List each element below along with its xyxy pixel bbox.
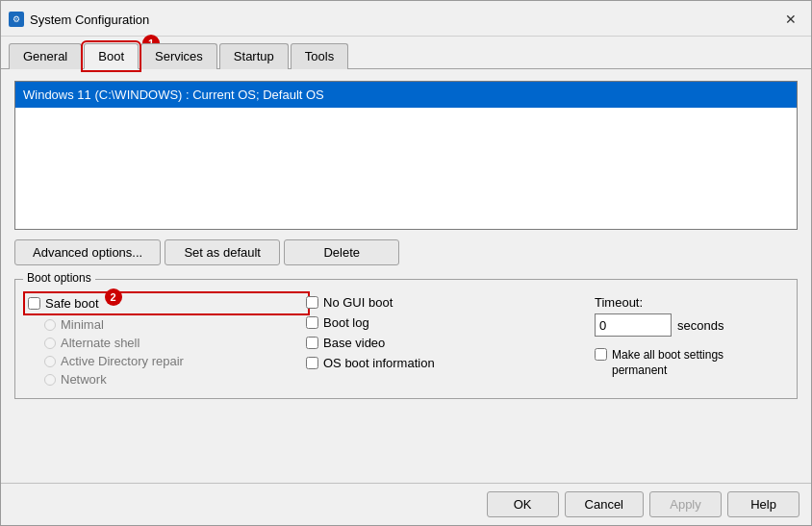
radio-minimal: Minimal	[44, 317, 306, 332]
radio-alternate-shell: Alternate shell	[44, 336, 306, 350]
title-bar-left: ⚙ System Configuration	[9, 12, 149, 27]
tab-startup[interactable]: Startup	[219, 43, 289, 69]
tab-general[interactable]: General	[9, 43, 82, 69]
timeout-column: Timeout: seconds Make all boot settings …	[575, 295, 785, 387]
left-column: Safe boot 2 Minimal Alternate sh	[27, 295, 306, 387]
permanent-label: Make all boot settings permanent	[612, 348, 737, 378]
timeout-input[interactable]	[595, 313, 672, 337]
timeout-row: seconds	[595, 313, 723, 337]
safe-boot-row: Safe boot 2	[27, 295, 306, 312]
ok-button[interactable]: OK	[487, 491, 559, 517]
boot-log-label: Boot log	[323, 315, 369, 330]
close-button[interactable]: ✕	[780, 9, 801, 30]
no-gui-boot-checkbox[interactable]	[306, 296, 318, 309]
radio-network-label: Network	[61, 372, 107, 387]
system-config-window: ⚙ System Configuration ✕ General Boot 1 …	[0, 0, 812, 526]
radio-active-directory-label: Active Directory repair	[61, 354, 184, 368]
os-boot-info-row: OS boot information	[306, 356, 575, 370]
no-gui-boot-row: No GUI boot	[306, 295, 575, 310]
radio-network-input[interactable]	[44, 374, 56, 386]
radio-alternate-shell-input[interactable]	[44, 338, 56, 349]
radio-network: Network	[44, 372, 306, 387]
no-gui-boot-label: No GUI boot	[323, 295, 393, 310]
badge-2: 2	[105, 288, 122, 306]
title-bar: ⚙ System Configuration ✕	[1, 1, 811, 37]
right-column: No GUI boot Boot log Base video OS	[306, 295, 575, 387]
help-button[interactable]: Help	[727, 491, 799, 517]
tab-tools[interactable]: Tools	[291, 43, 348, 69]
boot-log-row: Boot log	[306, 315, 575, 330]
base-video-row: Base video	[306, 336, 575, 350]
advanced-options-button[interactable]: Advanced options...	[14, 239, 161, 265]
base-video-checkbox[interactable]	[306, 337, 318, 349]
base-video-label: Base video	[323, 336, 385, 350]
tab-bar: General Boot 1 Services Startup Tools	[1, 37, 811, 69]
safe-boot-label: Safe boot	[45, 296, 99, 311]
safe-boot-radio-group: Minimal Alternate shell Active Directory…	[44, 317, 306, 387]
tab-boot[interactable]: Boot	[84, 43, 139, 69]
permanent-checkbox[interactable]	[595, 348, 607, 361]
radio-active-directory-input[interactable]	[44, 356, 56, 367]
tab-services[interactable]: Services	[140, 43, 217, 69]
content-area: Windows 11 (C:\WINDOWS) : Current OS; De…	[1, 69, 811, 483]
set-as-default-button[interactable]: Set as default	[165, 239, 280, 265]
safe-boot-checkbox[interactable]	[28, 297, 40, 310]
permanent-row: Make all boot settings permanent	[595, 348, 737, 378]
bottom-bar: OK Cancel Apply Help	[1, 483, 811, 525]
cancel-button[interactable]: Cancel	[565, 491, 644, 517]
timeout-unit: seconds	[677, 318, 723, 333]
window-title: System Configuration	[30, 13, 149, 27]
os-boot-info-checkbox[interactable]	[306, 357, 318, 369]
os-list[interactable]: Windows 11 (C:\WINDOWS) : Current OS; De…	[14, 81, 798, 230]
boot-log-checkbox[interactable]	[306, 316, 318, 329]
app-icon: ⚙	[9, 12, 24, 27]
boot-options-section: Boot options Safe boot 2	[14, 279, 798, 399]
tab-boot-wrapper: Boot 1	[84, 42, 139, 68]
action-buttons: Advanced options... Set as default Delet…	[14, 239, 798, 265]
radio-minimal-input[interactable]	[44, 319, 56, 331]
os-boot-info-label: OS boot information	[323, 356, 435, 370]
boot-options-legend: Boot options	[23, 271, 95, 285]
delete-button[interactable]: Delete	[284, 239, 399, 265]
timeout-label: Timeout:	[595, 295, 643, 310]
safe-boot-label-wrapper: Safe boot 2	[45, 296, 99, 311]
os-list-item[interactable]: Windows 11 (C:\WINDOWS) : Current OS; De…	[15, 82, 797, 108]
apply-button[interactable]: Apply	[649, 491, 722, 517]
radio-minimal-label: Minimal	[61, 317, 104, 332]
radio-active-directory: Active Directory repair	[44, 354, 306, 368]
boot-options-inner: Safe boot 2 Minimal Alternate sh	[27, 295, 785, 387]
radio-alternate-shell-label: Alternate shell	[61, 336, 140, 350]
